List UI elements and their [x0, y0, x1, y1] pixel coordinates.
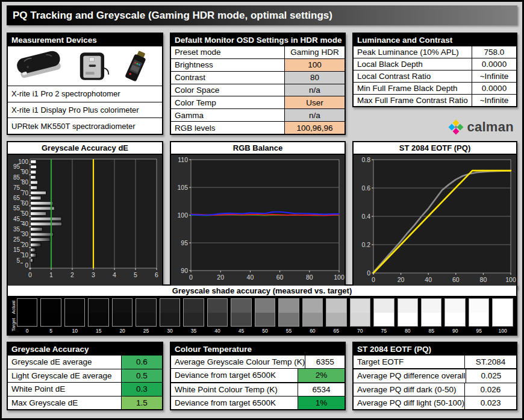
svg-text:0: 0: [367, 269, 370, 277]
panel-header: Luminance and Contrast: [354, 34, 516, 46]
svg-text:4: 4: [113, 271, 116, 278]
table-row: Preset modeGaming HDR: [171, 46, 345, 58]
greyscale-swatch: 65: [326, 298, 346, 334]
swatch-level-label: 20: [112, 327, 133, 334]
greyscale-swatch: 70: [350, 298, 370, 334]
svg-text:0: 0: [189, 274, 193, 281]
swatch-actual: [326, 299, 346, 313]
swatch-target: [231, 313, 251, 327]
calman-logo: calman: [352, 119, 517, 135]
swatch-target: [469, 313, 488, 327]
chart-greyscale-accuracy-de: Greyscale Accuracy dE 100959085807570656…: [7, 141, 163, 289]
swatch-box: [136, 298, 156, 327]
row-label: Max Greyscale dE: [8, 396, 121, 410]
svg-text:60: 60: [22, 200, 29, 207]
svg-text:20: 20: [22, 242, 29, 248]
swatch-box: [492, 298, 513, 327]
svg-text:15: 15: [13, 246, 20, 253]
row-label: Deviance from target 6500K: [171, 396, 298, 409]
svg-text:6: 6: [155, 271, 158, 278]
panel-header: Colour Temperature: [171, 343, 345, 356]
device-name: X-rite i1 Pro 2 spectrophotomer: [8, 86, 162, 102]
swatch-box: [64, 298, 85, 327]
svg-text:3: 3: [92, 271, 95, 278]
row-value: 2%: [298, 369, 345, 381]
row-label: RGB levels: [171, 122, 284, 134]
table-row: Deviance from target 6500K1%: [171, 396, 345, 409]
row-label: Peak Luminance (10% APL): [354, 46, 472, 58]
table-row: Color TempUser: [171, 96, 345, 108]
page-title: PQ Tracking and Greyscale (Gaming HDR mo…: [7, 5, 517, 25]
panel-measurement-devices: Measurement Devices: [7, 33, 163, 135]
bottom-tables-row: Greyscale Accuracy Greyscale dE average0…: [7, 342, 517, 410]
table-row: White Point Colour Temp (K)6534: [171, 382, 345, 396]
row-label: Average Greyscale Colour Temp (K): [171, 356, 305, 368]
swatch-target: [17, 313, 37, 327]
svg-text:85: 85: [13, 174, 20, 181]
swatch-target: [160, 313, 179, 327]
colour-temperature-table: Average Greyscale Colour Temp (K)6355Dev…: [171, 356, 345, 409]
row-value: 0.6: [121, 356, 162, 369]
svg-text:100: 100: [505, 276, 516, 283]
swatch-actual: [208, 299, 227, 313]
swatch-actual: [279, 299, 298, 313]
swatch-box: [326, 298, 346, 327]
swatch-level-label: 40: [207, 327, 228, 334]
table-row: Greyscale dE average0.6: [8, 356, 162, 369]
eotf-summary-table: Target EOTFST.2084Average PQ difference …: [354, 356, 516, 409]
swatch-actual: [351, 299, 370, 313]
swatch-actual: [113, 299, 132, 313]
swatch-actual: [231, 299, 251, 313]
table-row: Max Full Frame Contrast Ratio~Infinite: [354, 94, 516, 106]
svg-text:20: 20: [398, 276, 405, 283]
swatch-actual: [398, 299, 417, 313]
row-value: 100: [284, 59, 345, 71]
panel-greyscale-accuracy: Greyscale Accuracy Greyscale dE average0…: [7, 342, 163, 410]
row-label: White Point dE: [8, 383, 121, 396]
row-value: 0.0000: [472, 83, 516, 94]
table-row: Contrast80: [171, 71, 345, 84]
row-value: n/a: [284, 109, 345, 121]
table-row: White Point dE0.3: [8, 382, 162, 396]
swatch-box: [350, 298, 370, 327]
swatch-box: [398, 298, 418, 327]
swatch-target: [65, 313, 84, 327]
swatch-actual: [184, 299, 203, 313]
swatch-actual: [160, 299, 179, 313]
swatch-target: [255, 313, 275, 327]
svg-text:100: 100: [177, 212, 188, 219]
swatch-actual: [89, 299, 108, 313]
swatch-actual: [41, 299, 60, 313]
greyscale-swatch: 20: [112, 298, 133, 334]
swatch-box: [469, 298, 489, 327]
row-value: ~Infinite: [472, 95, 516, 106]
row-value: User: [284, 96, 345, 108]
svg-text:0.4: 0.4: [361, 213, 370, 220]
panel-header: Greyscale Accuracy: [8, 343, 162, 356]
strip-body: Actual Target 05101520253035404550556065…: [8, 296, 516, 334]
row-value: 1.5: [121, 396, 162, 410]
panel-luminance-contrast: Luminance and Contrast Peak Luminance (1…: [352, 33, 517, 107]
row-label: Min Full Frame Black Depth: [354, 83, 472, 94]
swatch-box: [231, 298, 251, 327]
svg-text:80: 80: [306, 274, 313, 281]
swatch-target: [326, 313, 346, 327]
svg-text:40: 40: [247, 274, 254, 281]
row-value: 6534: [298, 383, 345, 396]
chart-title: ST 2084 EOTF (PQ): [354, 142, 516, 155]
row-label: Average PQ difference overall: [354, 369, 466, 382]
swatch-level-label: 100: [492, 327, 513, 334]
row-value: 758.0: [472, 46, 516, 58]
swatch-box: [160, 298, 180, 327]
panel-header: Default Monitor OSD Settings in HDR mode: [171, 34, 345, 46]
row-label: Greyscale dE average: [8, 356, 121, 369]
table-row: Gamman/a: [171, 108, 345, 121]
swatch-box: [88, 298, 108, 327]
row-label: Light Greyscale dE average: [8, 369, 121, 383]
greyscale-swatch: 15: [88, 298, 108, 334]
greyscale-swatch: 45: [231, 298, 251, 334]
strip-row-labels: Actual Target: [9, 298, 17, 334]
swatch-box: [373, 298, 394, 327]
table-row: Light Greyscale dE average0.5: [8, 369, 162, 383]
svg-text:80: 80: [480, 276, 487, 283]
